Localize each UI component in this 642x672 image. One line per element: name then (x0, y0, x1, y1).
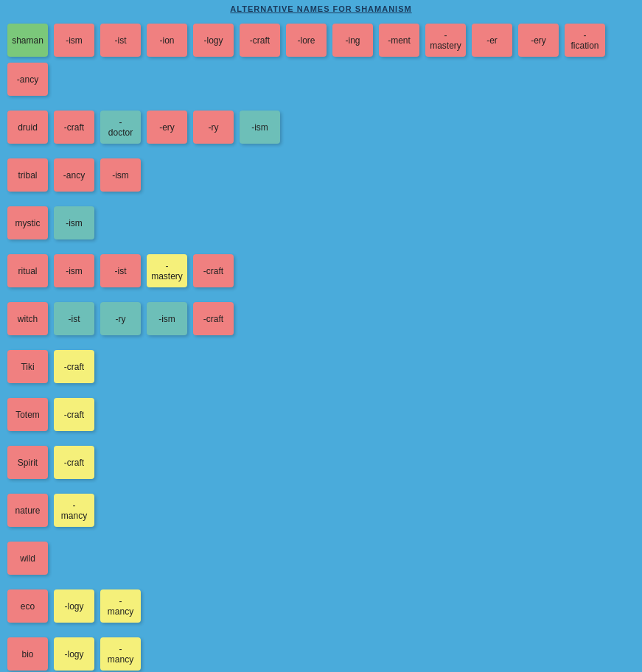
tag-row-tribal-2[interactable]: -ism (100, 158, 141, 192)
row-nature: nature- mancy (7, 494, 635, 527)
tag-row-shaman-4[interactable]: -logy (193, 24, 234, 57)
page-title: ALTERNATIVE NAMES FOR SHAMANISM (0, 0, 642, 16)
tag-row-druid-0[interactable]: druid (7, 111, 48, 144)
tag-row-witch-2[interactable]: -ry (100, 302, 141, 335)
tag-row-tiki-0[interactable]: Tiki (7, 350, 48, 383)
tag-row-eco-0[interactable]: eco (7, 589, 48, 623)
row-shaman: shaman-ism-ist-ion-logy-craft-lore-ing-m… (7, 24, 635, 96)
row-druid: druid-craft- doctor-ery-ry-ism (7, 111, 635, 144)
tag-row-druid-2[interactable]: - doctor (100, 111, 141, 144)
tag-row-shaman-7[interactable]: -ing (332, 24, 373, 57)
tag-row-witch-0[interactable]: witch (7, 302, 48, 335)
tag-row-mystic-0[interactable]: mystic (7, 206, 48, 239)
tag-row-shaman-11[interactable]: -ery (518, 24, 559, 57)
tag-row-spirit-0[interactable]: Spirit (7, 446, 48, 479)
board: shaman-ism-ist-ion-logy-craft-lore-ing-m… (0, 16, 642, 672)
tag-row-tribal-0[interactable]: tribal (7, 158, 48, 192)
tag-row-shaman-0[interactable]: shaman (7, 24, 48, 57)
tag-row-druid-3[interactable]: -ery (147, 111, 187, 144)
row-wild: wild (7, 542, 635, 575)
tag-row-shaman-6[interactable]: -lore (286, 24, 327, 57)
tag-row-spirit-1[interactable]: -craft (54, 446, 94, 479)
tag-row-tribal-1[interactable]: -ancy (54, 158, 94, 192)
row-ritual: ritual-ism-ist- mastery-craft (7, 254, 635, 287)
tag-row-totem-1[interactable]: -craft (54, 398, 94, 431)
tag-row-bio-0[interactable]: bio (7, 637, 48, 671)
tag-row-druid-1[interactable]: -craft (54, 111, 94, 144)
tag-row-shaman-1[interactable]: -ism (54, 24, 94, 57)
row-tribal: tribal-ancy-ism (7, 158, 635, 192)
tag-row-nature-1[interactable]: - mancy (54, 494, 94, 527)
tag-row-ritual-0[interactable]: ritual (7, 254, 48, 287)
tag-row-shaman-5[interactable]: -craft (240, 24, 280, 57)
tag-row-bio-2[interactable]: - mancy (100, 637, 141, 671)
tag-row-ritual-1[interactable]: -ism (54, 254, 94, 287)
tag-row-shaman-9[interactable]: - mastery (425, 24, 466, 57)
tag-row-ritual-2[interactable]: -ist (100, 254, 141, 287)
tag-row-witch-3[interactable]: -ism (147, 302, 187, 335)
tag-row-druid-5[interactable]: -ism (240, 111, 280, 144)
tag-row-shaman-10[interactable]: -er (472, 24, 512, 57)
tag-row-tiki-1[interactable]: -craft (54, 350, 94, 383)
tag-row-shaman-2[interactable]: -ist (100, 24, 141, 57)
tag-row-eco-1[interactable]: -logy (54, 589, 94, 623)
row-spirit: Spirit-craft (7, 446, 635, 479)
tag-row-eco-2[interactable]: - mancy (100, 589, 141, 623)
tag-row-witch-1[interactable]: -ist (54, 302, 94, 335)
tag-row-ritual-4[interactable]: -craft (193, 254, 234, 287)
tag-row-mystic-1[interactable]: -ism (54, 206, 94, 239)
tag-row-bio-1[interactable]: -logy (54, 637, 94, 671)
row-tiki: Tiki-craft (7, 350, 635, 383)
tag-row-shaman-8[interactable]: -ment (379, 24, 419, 57)
row-bio: bio-logy- mancy (7, 637, 635, 671)
tag-row-shaman-3[interactable]: -ion (147, 24, 187, 57)
tag-row-druid-4[interactable]: -ry (193, 111, 234, 144)
tag-row-wild-0[interactable]: wild (7, 542, 48, 575)
tag-row-shaman-12[interactable]: - fication (565, 24, 605, 57)
row-totem: Totem-craft (7, 398, 635, 431)
tag-row-totem-0[interactable]: Totem (7, 398, 48, 431)
tag-row-ritual-3[interactable]: - mastery (147, 254, 187, 287)
row-eco: eco-logy- mancy (7, 589, 635, 623)
tag-row-witch-4[interactable]: -craft (193, 302, 234, 335)
row-mystic: mystic-ism (7, 206, 635, 239)
tag-row-nature-0[interactable]: nature (7, 494, 48, 527)
tag-row-shaman-13[interactable]: -ancy (7, 63, 48, 96)
row-witch: witch-ist-ry-ism-craft (7, 302, 635, 335)
